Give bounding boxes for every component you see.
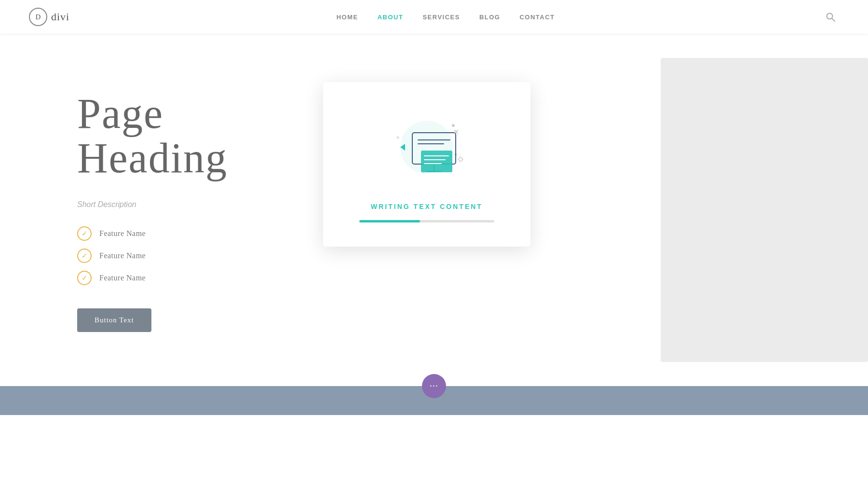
hero-section: Page Heading Short Description ✓ Feature…: [0, 34, 868, 386]
logo-circle: D: [29, 8, 47, 26]
footer-bar: ···: [0, 386, 868, 415]
nav-link-contact[interactable]: CONTACT: [519, 14, 555, 21]
nav-link-blog[interactable]: BLOG: [479, 14, 501, 21]
nav-item-services[interactable]: SERVICES: [422, 13, 460, 21]
feature-item-1: ✓ Feature Name: [77, 226, 333, 241]
feature-item-3: ✓ Feature Name: [77, 271, 333, 285]
feature-label-2: Feature Name: [99, 251, 146, 260]
nav-item-contact[interactable]: CONTACT: [519, 13, 555, 21]
search-icon: [826, 12, 835, 22]
feature-check-icon-3: ✓: [77, 271, 92, 285]
nav-links: HOME ABOUT SERVICES BLOG CONTACT: [337, 13, 555, 21]
more-options-button[interactable]: ···: [422, 374, 446, 398]
page-wrapper: Page Heading Short Description ✓ Feature…: [0, 0, 868, 415]
svg-rect-13: [421, 151, 452, 172]
heading-line1: Page: [77, 90, 163, 137]
svg-text:✕: ✕: [453, 128, 459, 136]
svg-point-4: [397, 137, 399, 139]
progress-bar-fill: [359, 220, 420, 222]
feature-check-icon-2: ✓: [77, 249, 92, 263]
card-illustration: ✕: [379, 111, 475, 188]
nav-item-blog[interactable]: BLOG: [479, 13, 501, 21]
logo-name: divi: [51, 11, 69, 23]
hero-cta-button[interactable]: Button Text: [77, 308, 151, 332]
writing-illustration: ✕: [379, 111, 475, 188]
card-title: Writing Text Content: [371, 203, 483, 210]
progress-bar-background: [359, 220, 494, 222]
feature-list: ✓ Feature Name ✓ Feature Name ✓ Feature …: [77, 226, 333, 285]
svg-point-3: [452, 124, 455, 127]
nav-link-home[interactable]: HOME: [337, 14, 358, 21]
logo-link[interactable]: D divi: [29, 8, 69, 26]
heading-line2: Heading: [77, 135, 228, 181]
content-card: ✕ Writing Text Content: [323, 82, 530, 247]
search-button[interactable]: [822, 8, 839, 26]
feature-item-2: ✓ Feature Name: [77, 249, 333, 263]
gray-background-panel: [661, 58, 868, 362]
dots-icon: ···: [430, 381, 438, 392]
nav-link-services[interactable]: SERVICES: [422, 14, 460, 21]
logo-letter: D: [36, 13, 41, 21]
nav-link-about[interactable]: ABOUT: [378, 14, 404, 21]
feature-label-3: Feature Name: [99, 274, 146, 282]
svg-marker-6: [458, 157, 463, 162]
nav-item-about[interactable]: ABOUT: [378, 13, 404, 21]
hero-right: ✕ Writing Text Content: [362, 34, 868, 386]
page-heading: Page Heading: [77, 92, 333, 181]
nav-item-home[interactable]: HOME: [337, 13, 358, 21]
hero-left: Page Heading Short Description ✓ Feature…: [0, 34, 362, 386]
navigation: D divi HOME ABOUT SERVICES BLOG CONTACT: [0, 0, 868, 34]
feature-label-1: Feature Name: [99, 229, 146, 238]
feature-check-icon-1: ✓: [77, 226, 92, 241]
svg-line-1: [832, 18, 835, 21]
hero-description: Short Description: [77, 200, 333, 209]
